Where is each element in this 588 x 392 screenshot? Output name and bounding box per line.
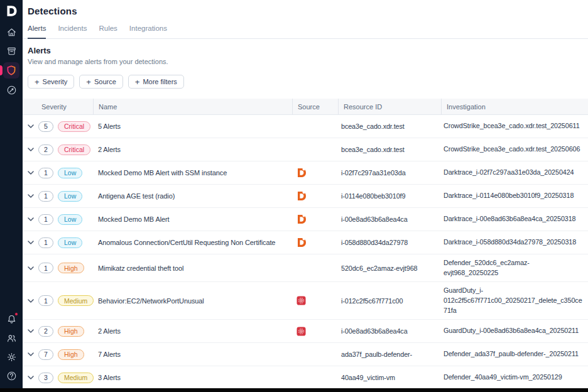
alert-count-pill: 1 <box>38 214 53 225</box>
chevron-down-icon[interactable] <box>28 266 34 270</box>
resource-id: i-02f7c297aa31e03da <box>338 169 441 177</box>
source-filter-button[interactable]: + Source <box>79 75 122 89</box>
resource-id: i-012c2f5c67f771c00 <box>338 297 441 305</box>
source-icon-host <box>292 263 338 273</box>
severity-cell: 2 High <box>23 326 93 337</box>
chevron-down-icon[interactable] <box>28 299 34 303</box>
chevron-down-icon[interactable] <box>28 171 34 175</box>
tab-incidents[interactable]: Incidents <box>58 24 87 38</box>
table-row[interactable]: 7 High 7 Alerts ada37f_paulb-defender- D… <box>23 343 588 366</box>
investigation: GuardDuty_i-012c2f5c67f771c00_20250217_d… <box>441 282 588 319</box>
plus-icon: + <box>135 78 140 86</box>
alert-name: 5 Alerts <box>93 122 292 130</box>
tab-alerts[interactable]: Alerts <box>28 24 46 39</box>
table-row[interactable]: 2 High 2 Alerts i-00e8ad63b6a8ea4ca Guar… <box>23 320 588 343</box>
resource-id: 40aa49_victim-vm <box>338 374 441 381</box>
section-head: Alerts View and manage alerts from your … <box>23 39 588 65</box>
chevron-down-icon[interactable] <box>28 352 34 356</box>
home-icon <box>6 27 17 38</box>
sidebar-bottom-nav <box>3 312 19 383</box>
sidebar-item-detections[interactable] <box>3 62 19 79</box>
source-icon-host <box>292 296 338 305</box>
severity-cell: 2 Critical <box>23 144 93 155</box>
tab-integrations[interactable]: Integrations <box>129 24 167 38</box>
section-title: Alerts <box>28 46 583 55</box>
darktrace-icon <box>297 168 307 178</box>
compass-icon <box>6 85 17 95</box>
alert-count-pill: 1 <box>38 168 53 178</box>
source-icon-host <box>292 373 338 383</box>
chevron-down-icon[interactable] <box>28 217 34 221</box>
shield-icon <box>6 65 17 76</box>
table-body: 5 Critical 5 Alerts bcea3e_cado.xdr.test… <box>23 115 588 389</box>
table-row[interactable]: 3 Medium 3 Alerts 40aa49_victim-vm Defen… <box>23 366 588 389</box>
table-row[interactable]: 1 Low Antigena AGE test (radio) i-0114e0… <box>23 185 588 208</box>
chevron-down-icon[interactable] <box>28 148 34 151</box>
alert-name: Mocked Demo MB Alert with SSM instance <box>93 169 292 177</box>
severity-badge: Low <box>58 168 82 178</box>
filter-label: Severity <box>43 78 68 85</box>
investigation: CrowdStrike_bcea3e_cado.xdr.test_2025061… <box>441 117 588 135</box>
severity-filter-button[interactable]: + Severity <box>28 75 74 89</box>
alert-name: Anomalous Connection/CertUtil Requesting… <box>93 239 292 246</box>
defender-icon <box>297 373 306 383</box>
table-row[interactable]: 5 Critical 5 Alerts bcea3e_cado.xdr.test… <box>23 115 588 138</box>
notification-dot <box>14 312 18 316</box>
severity-badge: Low <box>58 191 82 202</box>
app-root: Detections Alerts Incidents Rules Integr… <box>0 0 588 392</box>
guardduty-icon <box>297 327 306 336</box>
severity-cell: 5 Critical <box>23 121 93 132</box>
sidebar-item-help[interactable] <box>3 368 19 383</box>
filter-label: Source <box>94 78 116 85</box>
darktrace-icon <box>297 214 307 224</box>
alert-name: Antigena AGE test (radio) <box>93 192 292 200</box>
sidebar-item-users[interactable] <box>3 330 19 346</box>
darktrace-icon <box>297 237 307 248</box>
sidebar-item-home[interactable] <box>3 24 19 40</box>
source-icon-host <box>292 350 338 359</box>
source-icon-host <box>292 214 338 224</box>
section-subtitle: View and manage alerts from your detecti… <box>28 58 583 65</box>
investigation: Darktrace_i-058d880d34da27978_20250318 <box>441 234 588 251</box>
chevron-down-icon[interactable] <box>28 329 34 333</box>
table-header: Severity Name Source Resource ID Investi… <box>23 99 588 115</box>
sidebar-item-notifications[interactable] <box>3 312 19 327</box>
sidebar-item-settings[interactable] <box>3 349 19 364</box>
logo-d-icon <box>6 5 18 17</box>
chevron-down-icon[interactable] <box>28 194 34 198</box>
sidebar-item-archive[interactable] <box>3 43 19 58</box>
severity-cell: 1 Low <box>23 191 93 202</box>
tab-rules[interactable]: Rules <box>99 24 117 38</box>
archive-icon <box>6 46 17 57</box>
filter-label: More filters <box>143 78 177 85</box>
alert-name: 3 Alerts <box>93 374 292 381</box>
table-row[interactable]: 1 Low Anomalous Connection/CertUtil Requ… <box>23 231 588 254</box>
table-row[interactable]: 1 Low Mocked Demo MB Alert i-00e8ad63b6a… <box>23 208 588 231</box>
severity-badge: Low <box>58 237 82 248</box>
severity-badge: Medium <box>58 295 94 306</box>
filter-bar: + Severity + Source + More filters <box>28 75 583 89</box>
resource-id: bcea3e_cado.xdr.test <box>338 122 441 130</box>
investigation: GuardDuty_i-00e8ad63b6a8ea4ca_20250211 <box>441 322 588 340</box>
alert-count-pill: 7 <box>38 349 53 360</box>
table-row[interactable]: 2 Critical 2 Alerts bcea3e_cado.xdr.test… <box>23 138 588 161</box>
investigation: Darktrace_i-0114e080beb3010f9_20250318 <box>441 187 588 205</box>
investigation: CrowdStrike_bcea3e_cado.xdr.test_2025060… <box>441 141 588 158</box>
resource-id: 520dc6_ec2amaz-evjt968 <box>338 264 441 272</box>
severity-badge: Low <box>58 214 82 225</box>
alert-name: 2 Alerts <box>93 146 292 153</box>
chevron-down-icon[interactable] <box>28 241 34 244</box>
chevron-down-icon[interactable] <box>28 124 34 128</box>
chevron-down-icon[interactable] <box>28 376 34 379</box>
alert-count-pill: 5 <box>38 121 53 132</box>
tab-bar: Alerts Incidents Rules Integrations <box>23 24 588 39</box>
resource-id: ada37f_paulb-defender- <box>338 351 441 358</box>
severity-cell: 1 Low <box>23 168 93 178</box>
table-row[interactable]: 1 High Mimikatz credential theft tool 52… <box>23 254 588 282</box>
table-row[interactable]: 1 Low Mocked Demo MB Alert with SSM inst… <box>23 161 588 185</box>
table-row[interactable]: 1 Medium Behavior:EC2/NetworkPortUnusual… <box>23 282 588 320</box>
resource-id: i-0114e080beb3010f9 <box>338 192 441 200</box>
resource-id: i-00e8ad63b6a8ea4ca <box>338 215 441 223</box>
sidebar-item-compass[interactable] <box>3 82 19 97</box>
more-filters-button[interactable]: + More filters <box>128 75 184 89</box>
